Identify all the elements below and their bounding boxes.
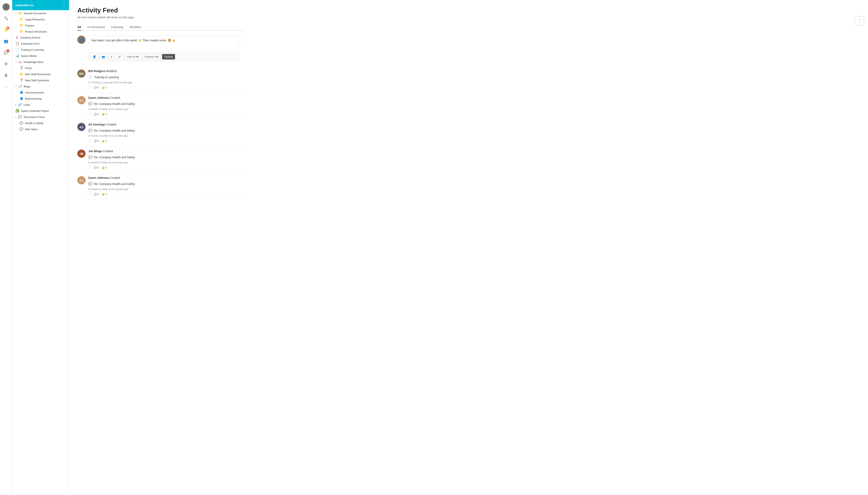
action-label: Created xyxy=(110,176,120,180)
item-options-button[interactable]: ⋮ xyxy=(88,86,92,89)
sidebar-item-label: Company Events xyxy=(20,36,40,39)
activity-actions: ⋮ 💬 0 👍 0 xyxy=(88,166,244,170)
avatar: JB xyxy=(77,150,86,158)
editor-box: Hey team! Lets get after it this week! 👌… xyxy=(88,36,238,61)
activity-card[interactable]: 💬 Re: Company Health and Safety xyxy=(88,127,244,134)
item-title: Training & Learning xyxy=(94,75,119,79)
user-name: Karen Johnson xyxy=(88,176,109,180)
activity-card[interactable]: 💬 Re: Company Health and Safety xyxy=(88,101,244,107)
signout-icon[interactable]: → xyxy=(2,83,10,90)
sidebar-item-label: New Ideas xyxy=(25,128,37,131)
sidebar-item-label: Space Umbrella Project xyxy=(21,109,49,113)
sidebar-item-space-umbrella-project[interactable]: ✅ Space Umbrella Project xyxy=(12,108,69,114)
page-options-button[interactable]: ⋮ xyxy=(855,16,864,25)
icon-bar: 👤 🔍 ⭐ 40 👥 💬 0 ⚙ 🗑 → xyxy=(0,0,12,495)
sidebar-item-expenses-form[interactable]: 📋 Expenses Form xyxy=(12,40,69,47)
chat-badge: 0 xyxy=(6,49,10,52)
sidebar-item-health-safety[interactable]: 💬 Health & Safety xyxy=(12,120,69,126)
activity-actions: ⋮ 💬 0 👍 0 xyxy=(88,86,244,89)
hashtag-button[interactable]: # xyxy=(108,54,114,59)
activity-card[interactable]: 💬 Re: Company Health and Safety xyxy=(88,181,244,187)
sidebar-item-policies[interactable]: 📁 Policies xyxy=(12,22,69,29)
grid-icon: 🔷 xyxy=(20,91,23,94)
activity-meta: in Health & Safety at 63 minutes ago xyxy=(88,161,244,164)
sidebar-item-training-learning[interactable]: 📄 Training & Learning xyxy=(12,47,69,53)
search-icon[interactable]: 🔍 xyxy=(2,15,10,22)
chat-icon[interactable]: 💬 0 xyxy=(2,49,10,56)
settings-icon[interactable]: ⚙ xyxy=(2,60,10,68)
sidebar-item-new-ideas[interactable]: 💬 New Ideas xyxy=(12,126,69,132)
like-button[interactable]: 👍 0 xyxy=(102,113,107,116)
sidebar-header: Umbrella Inc ⋮ xyxy=(12,0,69,10)
editor-avatar: 👤 xyxy=(77,36,86,44)
link-button[interactable]: 🔗 xyxy=(116,54,123,59)
comment-button[interactable]: 💬 0 xyxy=(94,113,99,116)
item-options-button[interactable]: ⋮ xyxy=(88,166,92,170)
star-icon[interactable]: ⭐ 40 xyxy=(2,26,10,33)
update-button[interactable]: Update xyxy=(162,54,175,59)
item-options-button[interactable]: ⋮ xyxy=(88,112,92,116)
activity-header: Ali Jennings Created xyxy=(88,123,244,126)
activity-content: Joe Blogs Created 💬 Re: Company Health a… xyxy=(88,150,244,170)
item-options-button[interactable]: ⋮ xyxy=(88,139,92,143)
org-name: Umbrella Inc xyxy=(16,3,34,7)
sidebar-item-label: New Staff Documents xyxy=(25,73,51,76)
folder-icon: 📁 xyxy=(20,72,23,76)
tab-all[interactable]: All xyxy=(77,24,81,31)
sidebar-item-label: New Staff Questions xyxy=(25,79,49,82)
sidebar-item-company-events[interactable]: 🗓 Company Events xyxy=(12,35,69,40)
avatar: BR xyxy=(77,69,86,78)
sidebar-item-shared-documents[interactable]: ▾ 📁 Shared Documents xyxy=(12,10,69,16)
mention-group-button[interactable]: 👥 xyxy=(100,54,107,59)
sidebar-item-product-brochures[interactable]: 📁 Product Brochures xyxy=(12,29,69,35)
like-button[interactable]: 👍 0 xyxy=(102,166,107,169)
comment-button[interactable]: 💬 0 xyxy=(94,193,99,196)
activity-card[interactable]: 📄 Training & Learning xyxy=(88,74,244,80)
choose-file-button[interactable]: Choose File xyxy=(142,54,161,59)
link-icon: 🔗 xyxy=(18,103,22,106)
like-button[interactable]: 👍 0 xyxy=(102,139,107,142)
sidebar-item-label: Announcements xyxy=(25,91,44,94)
mention-user-button[interactable]: 👤 xyxy=(91,54,98,59)
sidebar-item-new-staff-questions[interactable]: ❓ New Staff Questions xyxy=(12,77,69,83)
blog-icon: 📝 xyxy=(18,85,22,88)
sidebar-item-links[interactable]: ▸ 🔗 Links xyxy=(12,102,69,108)
sidebar-item-legal-resources[interactable]: 📁 Legal Resources xyxy=(12,16,69,22)
sidebar-item-faqs[interactable]: ❓ FAQ's xyxy=(12,65,69,71)
people-icon[interactable]: 👥 xyxy=(2,37,10,45)
sidebar-item-new-staff-documents[interactable]: 📁 New Staff Documents xyxy=(12,71,69,77)
item-options-button[interactable]: ⋮ xyxy=(88,192,92,196)
activity-card[interactable]: 💬 Re: Company Health and Safety xyxy=(88,154,244,160)
sidebar-item-announcements[interactable]: 🔷 Announcements xyxy=(12,89,69,96)
sidebar-item-label: Space Media xyxy=(21,54,36,57)
chat-bubble-icon: 💬 xyxy=(18,115,22,119)
comment-button[interactable]: 💬 0 xyxy=(94,166,99,169)
sidebar-item-label: Policies xyxy=(25,24,34,27)
trash-icon[interactable]: 🗑 xyxy=(2,72,10,79)
tab-following[interactable]: Following xyxy=(111,24,123,31)
comment-button[interactable]: 💬 0 xyxy=(94,139,99,142)
sidebar-item-brainstorming[interactable]: 🔷 Brainstorming xyxy=(12,96,69,102)
sidebar-item-space-media[interactable]: 📊 Space Media xyxy=(12,53,69,59)
like-button[interactable]: 👍 0 xyxy=(102,193,107,196)
sidebar-options-button[interactable]: ⋮ xyxy=(62,3,66,7)
activity-item: KJ Karen Johnson Created 💬 Re: Company H… xyxy=(77,93,244,120)
grid-icon: 🔷 xyxy=(20,97,23,100)
post-content-area[interactable]: Hey team! Lets get after it this week! 👌… xyxy=(88,36,238,52)
action-label: Created xyxy=(106,123,116,126)
tab-workflow[interactable]: Workflow xyxy=(130,24,141,31)
tab-un-reviewed[interactable]: Un-Reviewed xyxy=(88,24,105,31)
sidebar-item-blogs[interactable]: ▾ 📝 Blogs xyxy=(12,83,69,89)
sidebar-item-discussion-forum[interactable]: ▾ 💬 Discussion Forum xyxy=(12,114,69,120)
folder-icon: 📁 xyxy=(18,12,22,15)
link-to-file-button[interactable]: Link to file xyxy=(125,54,141,59)
user-avatar-icon[interactable]: 👤 xyxy=(2,3,10,11)
sidebar-item-knowledge-base[interactable]: ▾ 📖 Knowledge Base xyxy=(12,59,69,65)
like-button[interactable]: 👍 0 xyxy=(102,86,107,89)
comment-button[interactable]: 💬 0 xyxy=(94,86,99,89)
activity-content: Karen Johnson Created 💬 Re: Company Heal… xyxy=(88,96,244,116)
post-options-button[interactable]: ⋮ xyxy=(241,37,244,41)
post-toolbar: 👤 👥 # 🔗 Link to file Choose File Update xyxy=(88,52,238,61)
activity-content: Bill Rodgers Modified 📄 Training & Learn… xyxy=(88,69,244,89)
activity-actions: ⋮ 💬 0 👍 0 xyxy=(88,112,244,116)
